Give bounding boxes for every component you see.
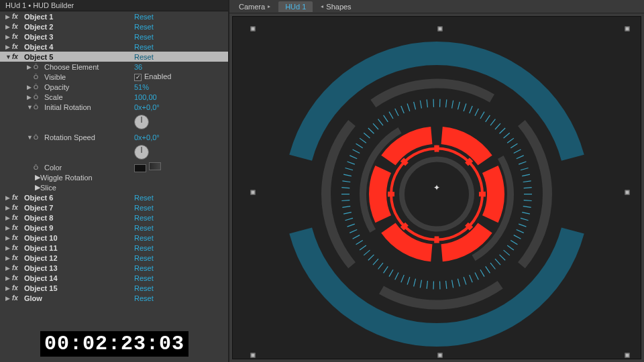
expand-icon[interactable]: ▶ <box>35 173 40 182</box>
triangle-right-icon[interactable]: ▶ <box>5 194 12 201</box>
composition-viewport[interactable]: ✦ <box>232 16 641 359</box>
triangle-right-icon[interactable]: ▶ <box>5 13 12 20</box>
reset-link[interactable]: Reset <box>134 13 228 21</box>
property-row[interactable]: ŎVisible✓Enabled <box>0 72 228 82</box>
bbox-handle[interactable] <box>251 353 256 358</box>
reset-link[interactable]: Reset <box>134 43 228 51</box>
triangle-right-icon[interactable]: ▶ <box>5 245 12 251</box>
expand-icon[interactable]: ▼ <box>27 134 34 141</box>
reset-link[interactable]: Reset <box>134 53 228 61</box>
triangle-right-icon[interactable]: ▶ <box>5 285 12 292</box>
effect-row[interactable]: ▶fxObject 2Reset <box>0 21 228 32</box>
stopwatch-icon[interactable]: Ŏ <box>34 64 42 70</box>
effect-row[interactable]: ▶fxObject 12Reset <box>0 253 228 263</box>
property-value[interactable]: 0x+0,0° <box>134 103 228 111</box>
svg-line-54 <box>360 138 366 143</box>
effect-name: Object 12 <box>24 254 134 262</box>
tab-hud[interactable]: HUd 1 <box>278 1 313 12</box>
property-value[interactable]: 0x+0,0° <box>134 133 228 141</box>
tab-shapes[interactable]: ◂Shapes <box>314 1 358 12</box>
effect-row[interactable]: ▶fxObject 13Reset <box>0 263 228 273</box>
triangle-right-icon[interactable]: ▶ <box>5 34 12 40</box>
property-value[interactable]: ✓Enabled <box>134 72 228 81</box>
triangle-down-icon[interactable]: ▼ <box>5 54 12 60</box>
stopwatch-icon[interactable]: Ŏ <box>34 134 42 141</box>
property-value[interactable]: 100,00 <box>134 93 228 101</box>
property-row[interactable]: ŎColor <box>0 162 228 172</box>
rotation-dial[interactable] <box>134 115 149 129</box>
tab-camera[interactable]: Camera▸ <box>232 1 277 12</box>
effect-row[interactable]: ▶fxObject 1Reset <box>0 11 228 21</box>
bbox-handle[interactable] <box>251 27 256 32</box>
effect-row[interactable]: ▶fxObject 8Reset <box>0 213 228 223</box>
svg-line-44 <box>341 200 350 201</box>
reset-link[interactable]: Reset <box>134 33 228 41</box>
reset-link[interactable]: Reset <box>134 224 228 232</box>
property-label: Rotation Speed <box>44 133 134 141</box>
expand-icon[interactable]: ▶ <box>35 183 40 192</box>
triangle-right-icon[interactable]: ▶ <box>5 225 12 231</box>
effect-row[interactable]: ▶fxObject 14Reset <box>0 273 228 283</box>
reset-link[interactable]: Reset <box>134 264 228 272</box>
stopwatch-icon[interactable]: Ŏ <box>34 74 42 80</box>
effect-row[interactable]: ▶fxObject 11Reset <box>0 243 228 253</box>
bbox-handle[interactable] <box>438 27 443 32</box>
property-value[interactable]: 36 <box>134 63 228 71</box>
stopwatch-icon[interactable]: Ŏ <box>34 84 42 90</box>
property-row[interactable]: ▶ŎChoose Element36 <box>0 62 228 72</box>
eyedropper-icon[interactable] <box>149 162 161 170</box>
effect-row[interactable]: ▶fxObject 10Reset <box>0 233 228 243</box>
expand-icon[interactable]: ▶ <box>27 94 34 101</box>
triangle-right-icon[interactable]: ▶ <box>5 215 12 221</box>
effect-row[interactable]: ▼fxObject 5Reset <box>0 52 228 62</box>
triangle-right-icon[interactable]: ▶ <box>5 255 12 261</box>
reset-link[interactable]: Reset <box>134 234 228 242</box>
expand-icon[interactable]: ▶ <box>27 64 34 70</box>
reset-link[interactable]: Reset <box>134 214 228 222</box>
effect-row[interactable]: ▶fxObject 4Reset <box>0 42 228 52</box>
bbox-handle[interactable] <box>625 190 630 194</box>
color-swatch[interactable] <box>134 164 146 172</box>
rotation-dial[interactable] <box>134 145 149 160</box>
property-row[interactable]: ▼ŎRotation Speed0x+0,0° <box>0 132 228 142</box>
bbox-handle[interactable] <box>625 27 630 32</box>
triangle-right-icon[interactable]: ▶ <box>5 295 12 302</box>
expand-icon[interactable]: ▶ <box>27 84 34 90</box>
effect-row[interactable]: ▶fxGlowReset <box>0 293 228 303</box>
property-row[interactable]: ▶ŎScale100,00 <box>0 92 228 102</box>
triangle-right-icon[interactable]: ▶ <box>5 235 12 241</box>
triangle-right-icon[interactable]: ▶ <box>5 265 12 272</box>
property-value[interactable] <box>134 162 228 172</box>
reset-link[interactable]: Reset <box>134 294 228 302</box>
bbox-handle[interactable] <box>625 353 630 358</box>
stopwatch-icon[interactable]: Ŏ <box>34 94 42 101</box>
triangle-right-icon[interactable]: ▶ <box>5 275 12 282</box>
reset-link[interactable]: Reset <box>134 194 228 202</box>
effect-row[interactable]: ▶fxObject 15Reset <box>0 283 228 293</box>
triangle-right-icon[interactable]: ▶ <box>5 23 12 30</box>
reset-link[interactable]: Reset <box>134 244 228 252</box>
stopwatch-icon[interactable]: Ŏ <box>34 164 42 171</box>
reset-link[interactable]: Reset <box>134 254 228 262</box>
triangle-right-icon[interactable]: ▶ <box>5 44 12 50</box>
property-group[interactable]: ▶Slice <box>0 182 228 192</box>
property-value[interactable]: 51% <box>134 83 228 91</box>
svg-line-5 <box>519 224 526 227</box>
effect-row[interactable]: ▶fxObject 3Reset <box>0 32 228 42</box>
reset-link[interactable]: Reset <box>134 284 228 292</box>
reset-link[interactable]: Reset <box>134 204 228 212</box>
reset-link[interactable]: Reset <box>134 23 228 31</box>
property-row[interactable]: ▶ŎOpacity51% <box>0 82 228 92</box>
visible-checkbox[interactable]: ✓ <box>134 74 142 81</box>
expand-icon[interactable]: ▼ <box>27 104 34 111</box>
reset-link[interactable]: Reset <box>134 274 228 282</box>
property-row[interactable]: ▼ŎInitial Rotation0x+0,0° <box>0 102 228 112</box>
triangle-right-icon[interactable]: ▶ <box>5 204 12 211</box>
stopwatch-icon[interactable]: Ŏ <box>34 104 42 111</box>
effect-row[interactable]: ▶fxObject 9Reset <box>0 223 228 233</box>
effect-row[interactable]: ▶fxObject 6Reset <box>0 192 228 202</box>
property-group[interactable]: ▶Wiggle Rotation <box>0 172 228 182</box>
effect-row[interactable]: ▶fxObject 7Reset <box>0 202 228 213</box>
bbox-handle[interactable] <box>251 190 256 194</box>
viewport-panel: Camera▸ HUd 1 ◂Shapes ✦ <box>229 0 644 362</box>
